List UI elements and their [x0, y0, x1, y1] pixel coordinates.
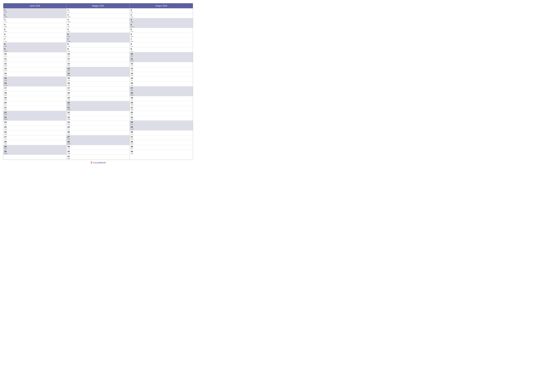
- day-name-m0-d13: VEN: [4, 75, 8, 76]
- day-cell-m1-d13: 14DOM: [67, 72, 71, 76]
- day-cell-m2-d28: 29GIO: [131, 145, 134, 150]
- day-number-m0-d16: 17: [4, 87, 8, 89]
- day-cell-m1-d27: 28DOM: [67, 141, 71, 145]
- day-name-m0-d10: MAR: [4, 60, 8, 62]
- day-number-m0-d0: 1: [4, 9, 8, 11]
- day-name-m1-d3: GIO: [67, 26, 71, 28]
- day-name-m1-d12: SAB: [67, 70, 71, 71]
- day-cell-m2-d11: 12LUN: [131, 63, 134, 67]
- day-row-m1-d20: 21DOM: [66, 106, 129, 111]
- day-number-m2-d18: 19: [131, 97, 134, 99]
- day-cell-m2-d22: 23VEN: [131, 116, 134, 120]
- day-cell-m1-d2: 3MER: [67, 19, 71, 23]
- day-row-m0-d17: 18MAR: [3, 91, 66, 96]
- day-name-m0-d11: MER: [4, 65, 8, 67]
- day-name-m0-d16: LUN: [4, 90, 8, 91]
- day-name-m2-d29: VEN: [131, 153, 134, 154]
- day-row-m2-d23: 24SAB: [130, 121, 193, 126]
- day-name-m0-d14: SAB: [4, 80, 8, 81]
- day-row-m2-d14: 15GIO: [130, 77, 193, 82]
- day-row-m2-d11: 12LUN: [130, 62, 193, 67]
- day-number-m0-d28: 29: [4, 145, 8, 148]
- day-cell-m1-d1: 2MAR: [67, 14, 71, 18]
- day-row-m2-d18: 19LUN: [130, 96, 193, 101]
- day-number-m1-d21: 22: [67, 111, 71, 114]
- day-name-m0-d2: LUN: [4, 21, 8, 23]
- day-name-m1-d27: DOM: [67, 143, 71, 145]
- day-number-m1-d18: 19: [67, 97, 71, 99]
- day-cell-m1-d23: 24MER: [67, 121, 71, 125]
- day-cell-m1-d7: 8LUN: [67, 43, 71, 47]
- day-number-m2-d14: 15: [131, 77, 134, 80]
- day-number-m1-d7: 8: [67, 43, 71, 45]
- day-row-m1-d30: 31MER: [66, 155, 129, 160]
- day-number-m2-d13: 14: [131, 72, 134, 75]
- day-cell-m0-d2: 3LUN: [4, 19, 8, 23]
- day-row-m2-d13: 14MER: [130, 72, 193, 77]
- day-name-m1-d21: LUN: [67, 114, 71, 115]
- day-name-m2-d18: LUN: [131, 100, 134, 101]
- day-row-m2-d6: 7MER: [130, 38, 193, 43]
- day-row-m1-d10: 11GIO: [66, 57, 129, 62]
- day-row-m1-d24: 25GIO: [66, 126, 129, 130]
- day-row-m2-d7: 8GIO: [130, 43, 193, 47]
- day-number-m1-d9: 10: [67, 53, 71, 55]
- day-number-m0-d27: 28: [4, 141, 8, 143]
- day-name-m1-d20: DOM: [67, 109, 71, 110]
- day-row-m0-d13: 14VEN: [3, 72, 66, 77]
- day-row-m2-d1: 2VEN: [130, 13, 193, 18]
- day-number-m1-d29: 30: [67, 150, 71, 153]
- day-number-m2-d17: 18: [131, 92, 134, 94]
- day-row-m0-d18: 19MER: [3, 96, 66, 101]
- day-name-m0-d29: DOM: [4, 153, 8, 154]
- day-number-m0-d19: 20: [4, 101, 8, 104]
- day-cell-m2-d3: 4DOM: [131, 23, 134, 28]
- day-name-m1-d17: GIO: [67, 94, 71, 96]
- day-number-m1-d13: 14: [67, 72, 71, 75]
- day-number-m0-d12: 13: [4, 67, 8, 70]
- day-cell-m1-d3: 4GIO: [67, 23, 71, 28]
- day-number-m2-d19: 20: [131, 101, 134, 104]
- day-name-m0-d5: GIO: [4, 36, 8, 37]
- day-row-m2-d12: 13MAR: [130, 67, 193, 72]
- day-row-m1-d3: 4GIO: [66, 23, 129, 28]
- day-cell-m0-d17: 18MAR: [4, 92, 8, 96]
- day-cell-m1-d8: 9MAR: [67, 48, 71, 52]
- day-number-m1-d24: 25: [67, 126, 71, 128]
- day-cell-m1-d20: 21DOM: [67, 106, 71, 110]
- day-number-m2-d3: 4: [131, 23, 134, 26]
- day-number-m0-d9: 10: [4, 53, 8, 55]
- day-cell-m0-d13: 14VEN: [4, 72, 8, 76]
- day-cell-m1-d15: 16MAR: [67, 82, 71, 86]
- day-number-m0-d14: 15: [4, 77, 8, 80]
- day-row-m1-d27: 28DOM: [66, 140, 129, 145]
- day-name-m2-d16: SAB: [131, 90, 134, 91]
- day-row-m1-d5: 6SAB: [66, 33, 129, 38]
- day-row-m2-d8: 9VEN: [130, 47, 193, 52]
- day-cell-m0-d14: 15SAB: [4, 77, 8, 81]
- day-cell-m2-d6: 7MER: [131, 38, 134, 42]
- day-row-m2-d22: 23VEN: [130, 116, 193, 121]
- calendar-grid: Aprile 20281SAB2DOM3LUN4MAR5MER6GIO7VEN8…: [3, 3, 193, 160]
- day-name-m1-d29: MAR: [67, 153, 71, 154]
- day-cell-m2-d29: 30VEN: [131, 150, 134, 154]
- day-number-m0-d7: 8: [4, 43, 8, 45]
- day-number-m2-d1: 2: [131, 14, 134, 16]
- day-row-m0-d6: 7VEN: [3, 38, 66, 43]
- day-number-m1-d8: 9: [67, 48, 71, 50]
- day-cell-m2-d27: 28MER: [131, 141, 134, 145]
- day-name-m0-d8: DOM: [4, 50, 8, 52]
- day-name-m2-d19: MAR: [131, 104, 134, 106]
- day-cell-m1-d14: 15LUN: [67, 77, 71, 81]
- day-row-m1-d17: 18GIO: [66, 91, 129, 96]
- day-row-m1-d12: 13SAB: [66, 67, 129, 72]
- day-number-m1-d0: 1: [67, 9, 71, 11]
- day-name-m1-d23: MER: [67, 124, 71, 125]
- day-number-m2-d20: 21: [131, 106, 134, 109]
- day-number-m2-d27: 28: [131, 141, 134, 143]
- day-row-m0-d11: 12MER: [3, 62, 66, 67]
- day-cell-m0-d24: 25MAR: [4, 126, 8, 130]
- day-row-m0-d3: 4MAR: [3, 23, 66, 28]
- day-row-m0-d21: 22SAB: [3, 111, 66, 116]
- day-name-m2-d11: LUN: [131, 65, 134, 67]
